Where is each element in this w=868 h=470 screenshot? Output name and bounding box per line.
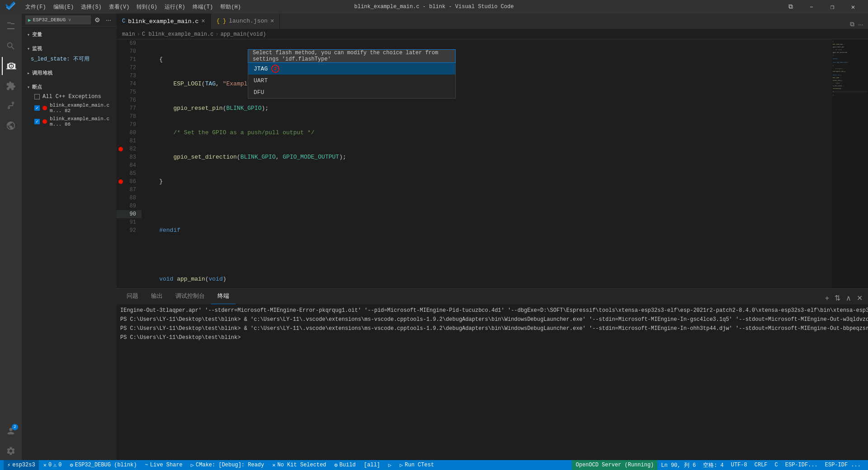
activity-search[interactable] xyxy=(2,37,20,55)
window-controls[interactable]: ⧉ – ❐ ✕ xyxy=(780,0,863,14)
breadcrumb-function[interactable]: app_main(void) xyxy=(221,31,266,38)
status-spaces[interactable]: 空格: 4 xyxy=(699,460,727,470)
debug-settings-button[interactable]: ⚙ xyxy=(93,15,102,24)
debug-more-button[interactable]: ··· xyxy=(104,15,113,24)
dropdown-item-dfu[interactable]: DFU xyxy=(248,86,455,98)
breakpoints-title[interactable]: ▾ 断点 xyxy=(22,80,117,92)
panel-sort-button[interactable]: ⇅ xyxy=(833,294,842,302)
variables-section: ▾ 变量 xyxy=(22,27,117,41)
status-build[interactable]: ⚙ Build xyxy=(331,460,359,470)
tab-blink-main[interactable]: C blink_example_main.c × xyxy=(117,14,211,29)
dropdown-search-box: Select flash method, you can modify the … xyxy=(248,49,456,63)
menu-select[interactable]: 选择(S) xyxy=(78,2,104,12)
menu-file[interactable]: 文件(F) xyxy=(23,2,49,12)
breakpoint-item-86[interactable]: ✓ blink_example_main.c m... 86 xyxy=(22,115,117,128)
more-actions-button[interactable]: ··· xyxy=(857,20,864,29)
watch-section: ▾ 监视 s_led_state: 不可用 xyxy=(22,41,117,65)
tab-blink-close[interactable]: × xyxy=(201,18,205,25)
activity-debug[interactable] xyxy=(2,57,20,75)
menu-terminal[interactable]: 终端(T) xyxy=(190,2,216,12)
panel-tab-problems[interactable]: 问题 xyxy=(120,288,145,304)
code-line-72: /* Set the GPIO as a push/pull output */ xyxy=(145,129,832,137)
breakpoints-collapse-icon: ▾ xyxy=(27,85,30,90)
debug-config-status: ESP32_DEBUG (blink) xyxy=(75,462,137,468)
status-no-kit[interactable]: ✕ No Kit Selected xyxy=(269,460,330,470)
status-ctest[interactable]: ▷ Run CTest xyxy=(396,460,438,470)
terminal-content[interactable]: IEngine-Out-3tlaqper.apr' '--stderr=Micr… xyxy=(117,305,868,460)
activity-extensions[interactable] xyxy=(2,77,20,95)
status-espidf-1[interactable]: ESP-IDF... xyxy=(782,460,821,470)
split-editor-button[interactable]: ⧉ xyxy=(849,19,855,29)
debug-config-selector[interactable]: ▶ ESP32_DEBUG ∨ xyxy=(25,15,91,24)
menu-run[interactable]: 运行(R) xyxy=(162,2,188,12)
status-language[interactable]: C xyxy=(771,460,782,470)
editor-area: C blink_example_main.c × { } launch.json… xyxy=(117,14,868,460)
breakpoint-all-cpp[interactable]: All C++ Exceptions xyxy=(22,92,117,101)
watch-title[interactable]: ▾ 监视 xyxy=(22,42,117,54)
menu-help[interactable]: 帮助(H) xyxy=(217,2,244,12)
panel-tab-terminal[interactable]: 终端 xyxy=(211,288,236,304)
watch-item-sled[interactable]: s_led_state: 不可用 xyxy=(22,54,117,64)
status-espidf-2[interactable]: ESP-IDF ... xyxy=(821,460,864,470)
status-encoding[interactable]: UTF-8 xyxy=(727,460,751,470)
status-run[interactable]: ▷ xyxy=(385,460,395,470)
code-content[interactable]: { ESP_LOGI(TAG, "Example configured to g… xyxy=(142,39,832,288)
activity-settings[interactable] xyxy=(2,442,20,460)
variables-title[interactable]: ▾ 变量 xyxy=(22,28,117,40)
title-bar-menu[interactable]: 文件(F) 编辑(E) 选择(S) 查看(V) 转到(G) 运行(R) 终端(T… xyxy=(23,2,244,12)
breadcrumb-main[interactable]: main xyxy=(122,31,135,38)
close-button[interactable]: ✕ xyxy=(843,0,863,14)
all-cpp-checkbox[interactable] xyxy=(34,94,40,99)
minimize-button[interactable]: – xyxy=(801,0,822,14)
menu-edit[interactable]: 编辑(E) xyxy=(51,2,77,12)
panel-maximize-button[interactable]: ∧ xyxy=(844,294,853,302)
bp82-checkbox[interactable]: ✓ xyxy=(34,105,40,111)
jtag-number-badge: 2 xyxy=(271,65,279,73)
tab-launch-json[interactable]: { } launch.json × xyxy=(211,14,280,29)
status-cmake[interactable]: ▷ CMake: [Debug]: Ready xyxy=(187,460,268,470)
status-liveshare[interactable]: ~ Live Share xyxy=(142,460,186,470)
status-line-col[interactable]: Ln 90, 列 6 xyxy=(657,460,699,470)
breadcrumb: main › C blink_example_main.c › app_main… xyxy=(117,29,868,39)
status-errors[interactable]: ✕ 0 ⚠ 0 xyxy=(40,460,66,470)
dropdown-item-uart[interactable]: UART xyxy=(248,75,455,86)
status-openocd[interactable]: OpenOCD Server (Running) xyxy=(572,460,657,470)
code-line-71: gpio_reset_pin(BLINK_GPIO); xyxy=(145,104,832,113)
callstack-title[interactable]: ▸ 调用堆栈 xyxy=(22,66,117,78)
status-build-all[interactable]: [all] xyxy=(360,460,384,470)
ln-79: 79 xyxy=(117,121,142,129)
variables-collapse-icon: ▾ xyxy=(27,32,30,38)
tab-launch-close[interactable]: × xyxy=(270,18,274,25)
breakpoint-item-82[interactable]: ✓ blink_example_main.c m... 82 xyxy=(22,101,117,115)
terminal-prompt: PS C:\Users\LY-11\Desktop\test\blink> xyxy=(120,334,864,342)
code-line-78: void app_main(void) xyxy=(145,275,832,283)
breakpoints-section: ▾ 断点 All C++ Exceptions ✓ blink_example_… xyxy=(22,79,117,129)
activity-remote[interactable] xyxy=(2,117,20,135)
warning-count: 0 xyxy=(58,462,61,468)
restore-button[interactable]: ❐ xyxy=(822,0,843,14)
ln-86: 86 xyxy=(117,178,142,186)
status-esp32s3[interactable]: ⚡ esp32s3 xyxy=(4,460,39,470)
code-line-73: gpio_set_direction(BLINK_GPIO, GPIO_MODE… xyxy=(145,153,832,161)
breadcrumb-file[interactable]: C blink_example_main.c xyxy=(142,31,213,38)
panel-add-button[interactable]: + xyxy=(823,294,831,302)
panel-close-button[interactable]: ✕ xyxy=(855,294,864,302)
activity-explorer[interactable] xyxy=(2,17,20,35)
customize-layout-button[interactable]: ⧉ xyxy=(780,0,801,14)
debug-play-icon: ▶ xyxy=(28,17,31,23)
status-debug-config[interactable]: ⚙ ESP32_DEBUG (blink) xyxy=(66,460,141,470)
code-editor[interactable]: 69 70 71 72 73 74 75 76 77 78 79 80 81 8… xyxy=(117,39,832,288)
panel-tab-debug[interactable]: 调试控制台 xyxy=(169,288,211,304)
status-right: OpenOCD Server (Running) Ln 90, 列 6 空格: … xyxy=(572,460,864,470)
menu-view[interactable]: 查看(V) xyxy=(106,2,132,12)
dropdown-item-jtag[interactable]: JTAG 2 xyxy=(248,63,455,75)
status-eol[interactable]: CRLF xyxy=(751,460,771,470)
bp86-checkbox[interactable]: ✓ xyxy=(34,119,40,124)
activity-git[interactable] xyxy=(2,97,20,115)
activity-accounts[interactable]: 2 xyxy=(2,422,20,440)
callstack-section: ▸ 调用堆栈 xyxy=(22,65,117,79)
menu-goto[interactable]: 转到(G) xyxy=(134,2,160,12)
ln-73: 73 xyxy=(117,72,142,80)
panel-tab-output[interactable]: 输出 xyxy=(145,288,169,304)
panel-tab-actions: + ⇅ ∧ ✕ xyxy=(823,294,864,304)
